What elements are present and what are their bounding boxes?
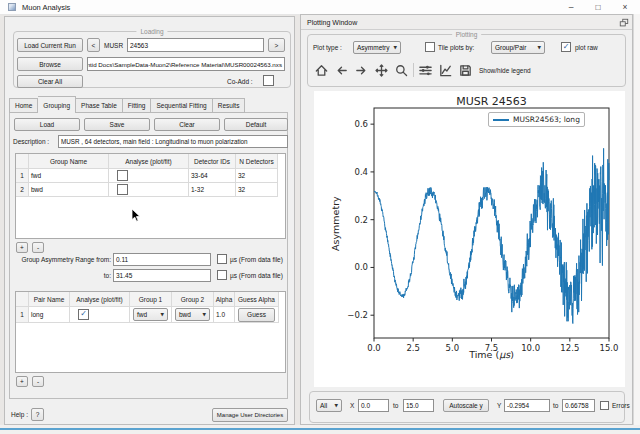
maximize-button[interactable]: □ xyxy=(590,1,606,14)
autoscale-y-button[interactable]: Autoscale y xyxy=(443,399,489,412)
asymmetry-range-from-input[interactable]: 0.11 xyxy=(113,253,211,266)
pair-analyse-checkbox[interactable]: ✓ xyxy=(78,309,89,320)
column-header: Group 2 xyxy=(172,292,214,307)
back-icon[interactable] xyxy=(333,62,350,79)
grouping-load-button[interactable]: Load xyxy=(14,118,80,131)
plotting-window-titlebar: Plotting Window xyxy=(301,15,632,30)
pair-add-button[interactable]: + xyxy=(16,376,28,387)
description-field[interactable]: MUSR , 64 detectors, main field : Longit… xyxy=(58,135,288,148)
column-header: Guess Alpha xyxy=(235,292,279,307)
loading-group-label: Loading xyxy=(136,28,167,35)
y-from-input[interactable]: -0.2954 xyxy=(504,399,550,412)
float-dock-icon[interactable] xyxy=(619,18,629,28)
next-run-button[interactable]: > xyxy=(268,38,285,52)
screen: Muon Analysis – □ × Loading Load Current… xyxy=(0,0,640,434)
table-cell: long xyxy=(29,307,70,323)
tab-grouping[interactable]: Grouping xyxy=(38,96,76,113)
previous-run-button[interactable]: < xyxy=(87,38,100,52)
table-cell: 32 xyxy=(236,183,278,197)
asymmetry-range-from-label: Group Asymmetry Range from: xyxy=(11,256,111,263)
help-button[interactable]: ? xyxy=(31,408,44,421)
scope-value: All xyxy=(320,402,327,409)
legend-line-sample xyxy=(493,119,509,121)
asymmetry-to-unit-label: µs (From data file) xyxy=(230,272,283,279)
column-header: Alpha xyxy=(214,292,235,307)
description-label: Description : xyxy=(13,138,49,145)
column-header: Analyse (plot/fit) xyxy=(109,154,189,169)
manage-user-directories-button[interactable]: Manage User Directories xyxy=(212,408,288,422)
tab-sequential-fitting[interactable]: Sequential Fitting xyxy=(151,98,212,113)
main-titlebar: Muon Analysis – □ × xyxy=(0,0,640,15)
plot-raw-checkbox[interactable]: ✓ xyxy=(561,42,571,52)
minimize-button[interactable]: – xyxy=(563,1,579,14)
x-tick-label: 12.5 xyxy=(560,343,579,353)
legend-toggle-label[interactable]: Show/hide legend xyxy=(479,67,531,74)
scope-combo[interactable]: All▼ xyxy=(316,399,342,412)
app-icon xyxy=(8,3,16,11)
errors-label: Errors xyxy=(612,402,630,409)
group-add-button[interactable]: + xyxy=(16,242,28,253)
browse-button[interactable]: Browse xyxy=(17,57,83,71)
forward-icon[interactable] xyxy=(353,62,370,79)
asymmetry-from-file-checkbox[interactable] xyxy=(217,254,227,264)
table-cell: 33-64 xyxy=(189,169,236,183)
plot-canvas[interactable]: MUSR 24563 Asymmetry Time (µs) 0.02.55.0… xyxy=(314,91,625,387)
tab-phase-table[interactable]: Phase Table xyxy=(76,98,123,113)
errors-checkbox[interactable] xyxy=(600,401,609,410)
close-button[interactable]: × xyxy=(617,1,633,14)
plotting-window-title: Plotting Window xyxy=(307,15,357,30)
x-from-input[interactable]: 0.0 xyxy=(358,399,389,412)
window-title: Muon Analysis xyxy=(22,0,70,15)
legend-entry-label: MUSR24563; long xyxy=(513,115,580,124)
y-to-input[interactable]: 0.66758 xyxy=(562,399,595,412)
tab-home[interactable]: Home xyxy=(9,98,38,113)
x-tick-label: 10.0 xyxy=(521,343,540,353)
chevron-down-icon: ▼ xyxy=(538,45,541,50)
y-tick-label: 0.4 xyxy=(354,167,368,177)
right-edge-panel xyxy=(633,14,640,425)
customize-icon[interactable] xyxy=(437,62,454,79)
pan-icon[interactable] xyxy=(373,62,390,79)
x-tick-label: 2.5 xyxy=(406,343,420,353)
axes-frame xyxy=(374,108,609,338)
guess-alpha-button[interactable]: Guess xyxy=(238,308,275,322)
co-add-checkbox[interactable] xyxy=(263,75,274,86)
table-cell xyxy=(109,169,189,183)
clear-all-button[interactable]: Clear All xyxy=(17,75,83,88)
tab-fitting[interactable]: Fitting xyxy=(123,98,152,113)
zoom-icon[interactable] xyxy=(393,62,410,79)
tile-by-combo[interactable]: Group/Pair▼ xyxy=(491,41,545,54)
grouping-clear-button[interactable]: Clear xyxy=(154,118,220,131)
group-remove-button[interactable]: - xyxy=(32,242,44,253)
asymmetry-to-file-checkbox[interactable] xyxy=(217,270,227,280)
y-tick-label: 0.2 xyxy=(354,215,368,225)
group-analyse-checkbox[interactable] xyxy=(117,184,128,195)
table-cell: ✓ xyxy=(70,307,130,323)
pair-group1-combo[interactable]: fwd▼ xyxy=(133,308,168,321)
file-path-field[interactable]: s\Mantid Docs\SampleData-Muon2\Reference… xyxy=(87,57,285,71)
table-cell: 1.0 xyxy=(214,307,235,323)
table-cell: fwd xyxy=(29,169,109,183)
asymmetry-range-to-input[interactable]: 31.45 xyxy=(113,269,211,282)
home-icon[interactable] xyxy=(313,62,330,79)
co-add-label: Co-Add : xyxy=(227,78,253,85)
x-to-input[interactable]: 15.0 xyxy=(403,399,434,412)
save-icon[interactable] xyxy=(457,62,474,79)
grouping-save-button[interactable]: Save xyxy=(84,118,150,131)
x-tick-label: 5.0 xyxy=(446,343,460,353)
chevron-down-icon: ▼ xyxy=(161,312,164,317)
tile-plots-checkbox[interactable] xyxy=(425,42,435,52)
load-current-run-button[interactable]: Load Current Run xyxy=(17,38,83,52)
subplots-icon[interactable] xyxy=(417,62,434,79)
table-cell xyxy=(109,183,189,197)
run-number-input[interactable]: 24563 xyxy=(127,38,264,52)
plot-type-label: Plot type : xyxy=(313,44,342,51)
tab-results[interactable]: Results xyxy=(213,98,246,113)
column-header: Pair Name xyxy=(29,292,70,307)
column-header: Detector IDs xyxy=(189,154,236,169)
group-analyse-checkbox[interactable] xyxy=(117,170,128,181)
plot-type-combo[interactable]: Asymmetry▼ xyxy=(353,41,401,54)
grouping-default-button[interactable]: Default xyxy=(224,118,288,131)
pair-group2-combo[interactable]: bwd▼ xyxy=(175,308,210,321)
pair-remove-button[interactable]: - xyxy=(32,376,44,387)
